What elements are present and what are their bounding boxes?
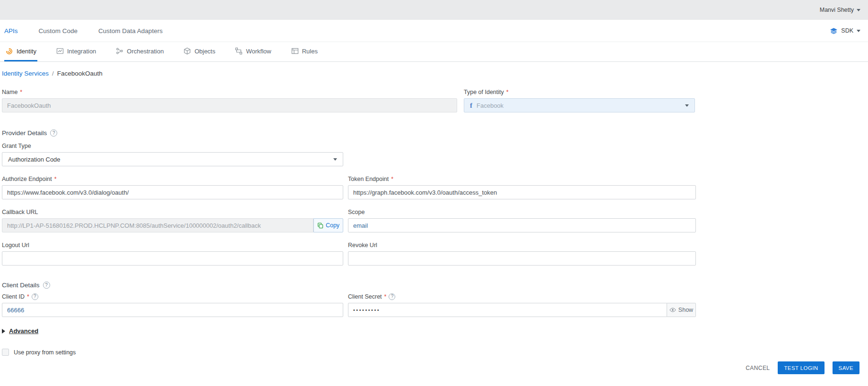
nav-item-custom-data-adapters[interactable]: Custom Data Adapters (98, 27, 163, 34)
name-label: Name* (2, 88, 457, 95)
tab-integration-label: Integration (67, 48, 96, 55)
breadcrumb-identity-services-link[interactable]: Identity Services (2, 70, 49, 77)
client-details-help-icon[interactable]: ? (43, 282, 50, 289)
tab-orchestration[interactable]: Orchestration (115, 42, 165, 61)
authorize-endpoint-input[interactable] (2, 185, 343, 199)
tab-rules[interactable]: Rules (290, 42, 319, 61)
token-endpoint-field-group: Token Endpoint* (348, 175, 696, 199)
show-secret-button[interactable]: Show (667, 303, 696, 317)
caret-down-icon (685, 104, 689, 107)
orchestration-icon (116, 47, 123, 55)
grant-type-label: Grant Type (2, 142, 343, 149)
proxy-setting-row: Use proxy from settings (2, 349, 866, 356)
copy-icon (317, 223, 323, 229)
use-proxy-label: Use proxy from settings (14, 349, 76, 356)
tab-objects[interactable]: Objects (182, 42, 216, 61)
cancel-button[interactable]: CANCEL (746, 365, 770, 371)
expand-arrow-icon (2, 329, 5, 334)
required-marker: * (384, 293, 387, 300)
client-id-input[interactable] (2, 303, 343, 317)
callback-url-label: Callback URL (2, 208, 343, 215)
endpoints-row: Authorize Endpoint* Token Endpoint* (2, 175, 866, 199)
sdk-menu[interactable]: SDK (830, 27, 860, 34)
client-credentials-row: Client ID* ? Client Secret* ? (2, 293, 866, 317)
identity-service-edit-page: { "colors": { "accent_blue": "#1173d2", … (0, 0, 868, 386)
token-endpoint-input[interactable] (348, 185, 696, 199)
tab-identity[interactable]: Identity (4, 42, 37, 61)
client-secret-field-group: Client Secret* ? Show (348, 293, 696, 317)
client-secret-help-icon[interactable]: ? (389, 293, 395, 300)
breadcrumb-current: FacebookOauth (57, 70, 103, 77)
client-secret-input[interactable] (348, 303, 667, 317)
name-field-group: Name* (2, 88, 457, 112)
tab-workflow-label: Workflow (246, 48, 271, 55)
integration-icon (56, 47, 64, 55)
authorize-endpoint-field-group: Authorize Endpoint* (2, 175, 343, 199)
workflow-icon (235, 47, 243, 55)
advanced-expander[interactable]: Advanced (2, 327, 38, 335)
name-input (2, 98, 457, 112)
objects-cube-icon (183, 47, 191, 55)
tab-integration[interactable]: Integration (55, 42, 97, 61)
breadcrumb: Identity Services / FacebookOauth (2, 62, 866, 77)
provider-details-title: Provider Details (2, 129, 47, 137)
tab-objects-label: Objects (194, 48, 215, 55)
identity-spiral-icon (5, 47, 13, 55)
grant-type-select[interactable]: Authorization Code (2, 152, 343, 166)
client-id-label: Client ID* ? (2, 293, 343, 300)
nav-item-custom-code[interactable]: Custom Code (39, 27, 78, 34)
tab-orchestration-label: Orchestration (127, 48, 164, 55)
advanced-label: Advanced (9, 327, 38, 335)
type-of-identity-label: Type of Identity* (464, 88, 695, 95)
logout-url-label: Logout Url (2, 241, 343, 249)
footer-actions: CANCEL TEST LOGIN SAVE (746, 361, 859, 374)
caret-down-icon (333, 158, 337, 161)
nav-item-apis[interactable]: APIs (4, 27, 18, 34)
type-of-identity-value: Facebook (477, 102, 503, 109)
type-of-identity-select: f Facebook (464, 98, 695, 112)
grant-type-field-group: Grant Type Authorization Code (2, 142, 343, 166)
required-marker: * (391, 176, 393, 182)
topbar: Manvi Shetty (0, 0, 868, 20)
callback-url-input (2, 218, 313, 232)
use-proxy-checkbox[interactable] (2, 349, 9, 356)
required-marker: * (54, 176, 57, 182)
client-secret-label: Client Secret* ? (348, 293, 696, 300)
logout-url-field-group: Logout Url (2, 241, 343, 266)
rules-table-icon (291, 47, 299, 55)
eye-icon (669, 308, 676, 312)
client-id-field-group: Client ID* ? (2, 293, 343, 317)
grant-type-value: Authorization Code (8, 156, 61, 163)
tab-rules-label: Rules (302, 48, 318, 55)
caret-down-icon (857, 30, 860, 32)
content: Identity Services / FacebookOauth Name* … (0, 62, 868, 356)
scope-input[interactable] (348, 218, 696, 232)
scope-label: Scope (348, 208, 696, 215)
sdk-label: SDK (841, 27, 853, 34)
copy-button-label: Copy (326, 222, 339, 229)
revoke-url-field-group: Revoke Url (348, 241, 696, 266)
tab-identity-label: Identity (17, 48, 36, 55)
logout-url-input[interactable] (2, 251, 343, 266)
user-menu[interactable]: Manvi Shetty (820, 7, 860, 13)
provider-details-help-icon[interactable]: ? (50, 129, 57, 137)
callback-url-field-group: Callback URL Copy (2, 208, 343, 232)
tab-workflow[interactable]: Workflow (234, 42, 272, 61)
facebook-icon: f (470, 102, 472, 109)
show-button-label: Show (678, 307, 693, 313)
test-login-button[interactable]: TEST LOGIN (778, 361, 824, 374)
logout-revoke-row: Logout Url Revoke Url (2, 241, 866, 266)
name-type-row: Name* Type of Identity* f Facebook (2, 88, 866, 112)
client-details-header: Client Details ? (2, 282, 866, 289)
client-details-title: Client Details (2, 282, 40, 289)
client-id-help-icon[interactable]: ? (32, 293, 38, 300)
caret-down-icon (857, 9, 860, 11)
required-marker: * (506, 89, 509, 95)
save-button[interactable]: SAVE (833, 361, 859, 374)
token-endpoint-label: Token Endpoint* (348, 175, 696, 182)
revoke-url-label: Revoke Url (348, 241, 696, 249)
required-marker: * (27, 293, 29, 300)
revoke-url-input[interactable] (348, 251, 696, 266)
copy-button[interactable]: Copy (313, 218, 343, 232)
provider-details-header: Provider Details ? (2, 129, 866, 137)
